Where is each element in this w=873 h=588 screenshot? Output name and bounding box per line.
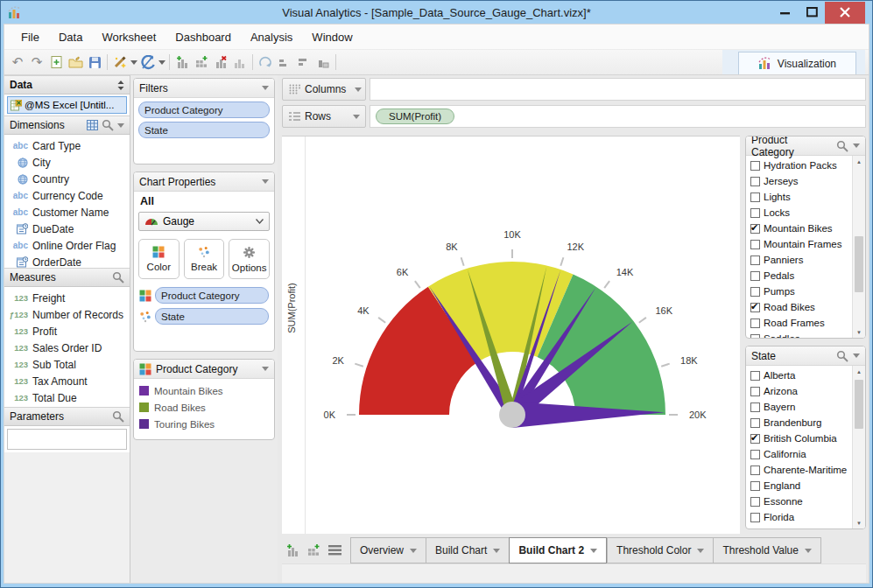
checkbox-list-item[interactable]: Arizona [746,383,852,399]
bar-chart-icon[interactable] [230,52,250,73]
checkbox[interactable] [750,334,760,339]
checkbox-list-item[interactable]: Locks [746,205,852,220]
filter-pill[interactable]: State [138,122,270,138]
search-icon[interactable] [112,410,124,423]
field-item[interactable]: Country [4,171,130,187]
chart-type-select[interactable]: Gauge [138,212,270,231]
close-button[interactable] [825,2,865,24]
field-item[interactable]: ƒ123Number of Records [4,306,130,323]
dimensions-dropdown-caret[interactable] [117,123,124,128]
scroll-up-icon[interactable]: ▲ [853,366,865,377]
checkbox-list-item[interactable]: Lights [746,189,852,205]
checkbox[interactable] [750,287,760,297]
field-item[interactable]: OrderDate [4,254,130,268]
checkbox-list-item[interactable]: California [746,446,852,462]
columns-shelf-field[interactable] [370,78,866,101]
menu-item-file[interactable]: File [11,31,49,44]
menu-item-window[interactable]: Window [302,31,362,44]
binding-pill[interactable]: State [155,308,269,325]
undo-icon[interactable]: ↶ [8,52,27,73]
rows-shelf-label[interactable]: Rows [282,105,366,128]
chart-properties-collapse-caret[interactable] [262,179,269,184]
checkbox-list-item[interactable]: Alberta [746,368,852,383]
break-button[interactable]: Break [184,239,225,279]
field-item[interactable]: DueDate [4,220,130,237]
checkbox[interactable] [750,387,760,396]
new-file-icon[interactable] [46,52,66,73]
checkbox-list-item[interactable]: Charente-Maritime [746,462,852,478]
binding-pill[interactable]: Product Category [155,287,269,304]
rows-shelf-pill[interactable]: SUM(Profit) [376,108,454,124]
checkbox[interactable] [750,513,760,522]
tab-build-chart-2[interactable]: Build Chart 2 [509,537,607,564]
open-folder-icon[interactable] [66,52,85,73]
search-icon[interactable] [836,350,848,362]
visualization-tab[interactable]: Visualization [738,52,856,74]
checkbox[interactable] [750,271,760,281]
save-icon[interactable] [85,52,104,73]
gauge-chart[interactable]: 0K2K4K6K8K10K12K14K16K18K20K [306,136,740,534]
sort-descending-icon[interactable] [294,52,313,73]
tab-build-chart[interactable]: Build Chart [426,537,509,564]
minimize-button[interactable] [772,2,799,23]
state-filter-caret[interactable] [853,354,860,358]
checkbox-list-item[interactable]: British Columbia [746,430,852,446]
columns-shelf-label[interactable]: Columns [282,78,366,101]
checkbox-list-item[interactable]: Florida [746,509,852,525]
checkbox[interactable] [750,434,760,444]
wizard-dropdown-caret[interactable] [130,60,138,65]
tab-threshold-value[interactable]: Threshold Value [713,537,821,564]
checkbox-list-item[interactable]: Bayern [746,399,852,415]
checkbox-list-item[interactable]: Pumps [746,284,852,299]
search-icon[interactable] [836,140,848,152]
scrollbar[interactable]: ▲ ▼ [852,156,865,338]
field-item[interactable]: abcOnline Order Flag [4,237,130,254]
checkbox[interactable] [750,418,760,428]
add-crosstab-icon[interactable] [192,52,211,73]
tab-overview[interactable]: Overview [350,537,426,564]
filters-collapse-caret[interactable] [262,86,269,90]
menu-item-analysis[interactable]: Analysis [241,31,302,44]
checkbox-list-item[interactable]: Road Bikes [746,299,852,315]
scroll-thumb[interactable] [855,236,863,292]
menu-item-dashboard[interactable]: Dashboard [165,31,241,44]
field-item[interactable]: 123Freight [4,290,130,306]
checkbox-list-item[interactable]: Mountain Frames [746,236,852,252]
legend-collapse-caret[interactable] [262,367,269,371]
field-item[interactable]: 123Profit [4,323,130,340]
scroll-thumb[interactable] [855,380,863,429]
checkbox-list-item[interactable]: Jerseys [746,173,852,189]
data-source-item[interactable]: @MS Excel [Untitl... [7,96,127,114]
checkbox[interactable] [750,371,760,381]
checkbox[interactable] [750,208,760,218]
checkbox[interactable] [750,402,760,412]
scroll-down-icon[interactable]: ▼ [853,517,865,528]
redo-icon[interactable]: ↷ [27,52,46,73]
menu-item-data[interactable]: Data [49,31,92,44]
table-icon[interactable] [87,120,98,130]
legend-item[interactable]: Mountain Bikes [134,382,274,399]
maximize-button[interactable] [799,2,825,23]
field-item[interactable]: City [4,154,130,171]
parameters-box[interactable] [7,429,127,450]
checkbox-list-item[interactable]: Brandenburg [746,415,852,430]
checkbox[interactable] [750,161,760,171]
checkbox[interactable] [750,466,760,475]
new-crosstab-tab-icon[interactable] [305,542,322,559]
refresh-dropdown-caret[interactable] [158,60,166,65]
scrollbar[interactable]: ▲ ▼ [852,366,865,528]
refresh-icon[interactable] [138,52,158,73]
checkbox-list-item[interactable]: Essonne [746,494,852,509]
search-icon[interactable] [102,119,114,131]
field-item[interactable]: abcCurrency Code [4,187,130,204]
wizard-icon[interactable] [110,52,130,73]
filter-pill[interactable]: Product Category [138,102,270,118]
menu-item-worksheet[interactable]: Worksheet [92,31,165,44]
checkbox-list-item[interactable]: England [746,478,852,494]
color-button[interactable]: Color [138,239,180,279]
remove-chart-icon[interactable] [211,52,230,73]
checkbox[interactable] [750,303,760,312]
field-item[interactable]: 123Sub Total [4,356,130,373]
sort-ascending-icon[interactable] [275,52,294,73]
rows-shelf-field[interactable]: SUM(Profit) [370,105,866,128]
